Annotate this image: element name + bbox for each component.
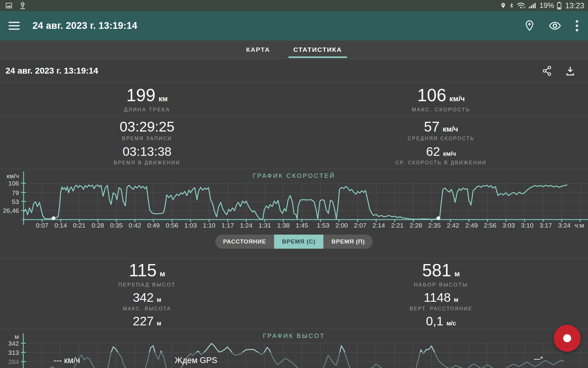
toggle-time-c[interactable]: ВРЕМЯ (С) [274,235,323,249]
battery-percent: 19% [539,0,554,11]
battery-icon [557,2,562,10]
bluetooth-icon [509,2,514,9]
app-bar-title: 24 авг. 2023 г. 13:19:14 [32,20,137,31]
svg-text:ч:м: ч:м [575,222,584,229]
overflow-icon[interactable] [575,20,579,32]
visibility-icon[interactable] [549,21,561,30]
svg-text:2:21: 2:21 [391,222,404,229]
svg-text:1:10: 1:10 [203,222,215,229]
svg-text:0:49: 0:49 [147,222,160,229]
svg-text:3:24: 3:24 [558,222,571,229]
svg-text:2:42: 2:42 [447,222,459,229]
svg-text:0:28: 0:28 [92,222,104,229]
svg-text:2:14: 2:14 [372,222,385,229]
elevation-chart-title: ГРАФИК ВЫСОТ [0,332,588,339]
status-clock: 13:23 [565,0,584,11]
location-icon [500,2,506,9]
svg-text:26,46: 26,46 [3,207,19,214]
x-axis-mode-toggle: РАССТОЯНИЕ ВРЕМЯ (С) ВРЕМЯ (П) [0,235,588,249]
stat-recording-time: 03:29:25 ВРЕМЯ ЗАПИСИ [119,120,174,141]
gps-status-overlay: Ждем GPS [167,356,225,365]
tab-statistics[interactable]: СТАТИСТИКА [288,40,347,59]
current-speed-overlay: --- км/ч [39,356,94,365]
svg-text:313: 313 [8,349,19,356]
add-waypoint-icon[interactable] [524,20,535,32]
svg-text:0:42: 0:42 [129,222,141,229]
svg-text:0:35: 0:35 [110,222,123,229]
record-button[interactable] [554,325,581,352]
menu-icon[interactable] [9,22,20,30]
track-title: 24 авг. 2023 г. 13:19:14 [6,66,98,76]
share-icon[interactable] [542,65,552,76]
tab-map[interactable]: КАРТА [241,40,275,59]
svg-text:1:53: 1:53 [317,222,330,229]
stat-max-altitude: 342м МАКС. ВЫСОТА [123,291,171,312]
svg-text:2:00: 2:00 [335,222,348,229]
svg-text:106: 106 [8,180,19,187]
wifi-icon [517,2,526,9]
image-icon [5,2,13,9]
stats-section-bottom: 115м ПЕРЕПАД ВЫСОТ 342м МАКС. ВЫСОТА 227… [0,259,588,329]
stats-section-top: 199км ДЛИНА ТРЕКА 106км/ч МАКС. СКОРОСТЬ [0,82,588,116]
svg-text:2:49: 2:49 [465,222,478,229]
tab-bar: КАРТА СТАТИСТИКА [0,40,588,59]
svg-text:1:38: 1:38 [277,222,290,229]
svg-text:1:45: 1:45 [296,222,308,229]
stat-avg-speed: 57км/ч СРЕДНЯЯ СКОРОСТЬ [408,120,474,141]
svg-text:3:17: 3:17 [540,222,552,229]
svg-text:3:10: 3:10 [521,222,533,229]
svg-text:1:03: 1:03 [184,222,197,229]
stat-elevation-gain: 581м НАБОР ВЫСОТЫ [414,262,468,288]
speed-chart-section: ГРАФИК СКОРОСТЕЙ 106795326,46км/ч0:070:1… [0,169,588,234]
svg-text:342: 342 [8,340,19,347]
status-bar: 19% 13:23 [0,0,588,11]
stat-elevation-range: 115м ПЕРЕПАД ВЫСОТ [118,262,176,288]
stat-max-speed: 106км/ч МАКС. СКОРОСТЬ [412,86,470,113]
svg-text:0:14: 0:14 [55,222,67,229]
track-header: 24 авг. 2023 г. 13:19:14 [0,59,588,82]
svg-text:0:56: 0:56 [166,222,178,229]
speed-chart-title: ГРАФИК СКОРОСТЕЙ [0,172,588,179]
svg-text:2:56: 2:56 [484,222,496,229]
svg-text:1:17: 1:17 [221,222,234,229]
svg-text:53: 53 [12,198,19,205]
download-icon[interactable] [565,65,575,76]
stat-moving-time: 03:13:38 ВРЕМЯ В ДВИЖЕНИИ [114,145,180,166]
svg-text:0:07: 0:07 [36,222,48,229]
bearing-overlay: ---° [526,355,551,362]
signal-icon [529,2,537,9]
stats-section-middle: 03:29:25 ВРЕМЯ ЗАПИСИ 03:13:38 ВРЕМЯ В Д… [0,116,588,169]
svg-text:2:07: 2:07 [354,222,367,229]
svg-text:0:21: 0:21 [73,222,85,229]
app-screen: 19% 13:23 24 авг. 2023 г. 13:19:14 КАРТА… [0,0,588,368]
svg-text:284: 284 [8,358,19,365]
toggle-distance[interactable]: РАССТОЯНИЕ [215,235,274,249]
stat-track-length: 199км ДЛИНА ТРЕКА [124,86,170,113]
upload-icon [19,2,26,10]
svg-text:1:24: 1:24 [240,222,253,229]
stat-avg-moving-speed: 62км/ч СР. СКОРОСТЬ В ДВИЖЕНИИ [396,145,487,166]
svg-text:2:35: 2:35 [428,222,441,229]
svg-text:2:28: 2:28 [410,222,422,229]
app-bar: 24 авг. 2023 г. 13:19:14 [0,11,588,40]
svg-text:1:31: 1:31 [258,222,271,229]
svg-text:3:03: 3:03 [502,222,515,229]
svg-text:79: 79 [12,189,19,196]
stat-vertical-distance: 1148м ВЕРТ. РАССТОЯНИЕ [409,291,472,312]
toggle-time-p[interactable]: ВРЕМЯ (П) [323,235,373,249]
